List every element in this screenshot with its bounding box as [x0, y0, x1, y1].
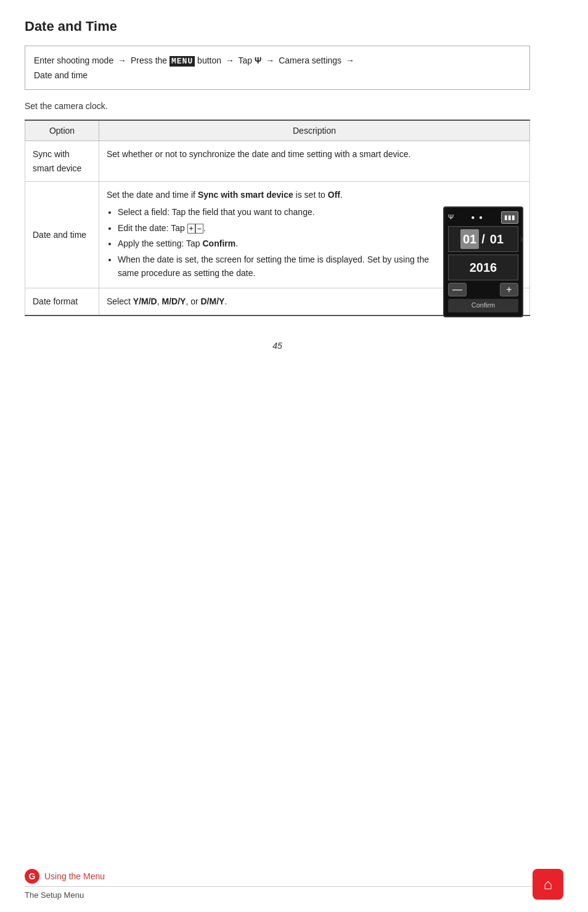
cam-month[interactable]: 01	[460, 229, 479, 249]
nav-arrow-3: →	[266, 55, 274, 65]
col-header-option: Option	[25, 120, 99, 141]
cam-year-row: 2016	[448, 254, 518, 280]
home-icon: ⌂	[544, 876, 553, 893]
bullet2-after: .	[203, 223, 206, 233]
bullet3-before: Apply the setting: Tap	[118, 238, 203, 248]
nav-arrow-1: →	[118, 55, 126, 65]
desc-sync: Set whether or not to synchronize the da…	[99, 141, 530, 182]
desc-date-time: Set the date and time if Sync with smart…	[99, 181, 530, 288]
bullet3-after: .	[235, 238, 238, 248]
table-row: Sync withsmart device Set whether or not…	[25, 141, 530, 182]
nav-box: Enter shooting mode → Press the MENU but…	[25, 46, 530, 90]
cam-signal-icon: Ψ	[448, 212, 454, 223]
page-number: 45	[25, 341, 530, 351]
footer-link[interactable]: Using the Menu	[44, 871, 105, 881]
desc-mid: is set to	[293, 190, 328, 200]
footer-subtitle: The Setup Menu	[25, 890, 563, 900]
plus-box[interactable]: +	[187, 224, 195, 234]
main-table: Option Description Sync withsmart device…	[25, 120, 530, 316]
nav-arrow-4: →	[346, 55, 354, 65]
cam-battery-icon: ▮▮▮	[501, 211, 518, 224]
nav-arrow-2: →	[226, 55, 234, 65]
page-title: Date and Time	[25, 18, 530, 35]
cam-year[interactable]: 2016	[470, 258, 497, 277]
nav-intro-text: Enter shooting mode	[34, 55, 116, 65]
dmy-bold: D/M/Y	[201, 296, 225, 306]
footer-link-row: G Using the Menu	[25, 869, 563, 884]
nav-camera-settings-text: Camera settings	[276, 55, 344, 65]
cam-day[interactable]: 01	[488, 229, 506, 249]
cam-dots: ● ●	[471, 213, 484, 222]
nav-button-text: button	[195, 55, 224, 65]
page-subtitle: Set the camera clock.	[25, 101, 530, 111]
minus-box[interactable]: −	[195, 224, 203, 234]
mdy-bold: M/D/Y	[161, 296, 186, 306]
bullet1-text: Select a field: Tap the field that you w…	[118, 207, 315, 217]
desc-sync-bold: Sync with smart device	[198, 190, 293, 200]
ymd-bold: Y/M/D	[133, 296, 157, 306]
desc-end: .	[340, 190, 343, 200]
col-header-description: Description	[99, 120, 530, 141]
option-date-format: Date format	[25, 288, 99, 316]
footer: G Using the Menu The Setup Menu ⌂	[0, 869, 588, 912]
option-date-time: Date and time	[25, 181, 99, 288]
table-row: Date and time Set the date and time if S…	[25, 181, 530, 288]
tuning-symbol: Ψ	[255, 54, 261, 67]
date-format-or: , or	[186, 296, 200, 306]
cam-sep1: /	[479, 229, 488, 249]
camera-ui-top-row: Ψ ● ● ▮▮▮	[448, 211, 518, 224]
list-item: Apply the setting: Tap Confirm.	[118, 237, 433, 250]
menu-keyword: MENU	[169, 56, 195, 67]
footer-brand-icon: G	[25, 869, 39, 884]
cam-date-row: 01 / 01	[448, 226, 518, 252]
list-item: Edit the date: Tap +−.	[118, 221, 433, 235]
nav-tap-text: Tap	[236, 55, 255, 65]
nav-date-time-text: Date and time	[34, 70, 88, 80]
date-format-before: Select	[107, 296, 133, 306]
table-row: Date format Select Y/M/D, M/D/Y, or D/M/…	[25, 288, 530, 316]
desc-off-bold: Off	[328, 190, 340, 200]
date-format-period: .	[224, 296, 227, 306]
desc-date-format: Select Y/M/D, M/D/Y, or D/M/Y.	[99, 288, 530, 316]
cam-chevron-icon: ›	[520, 232, 523, 246]
list-item: When the date is set, the screen for set…	[118, 253, 433, 280]
footer-divider	[25, 886, 563, 887]
list-item: Select a field: Tap the field that you w…	[118, 205, 433, 219]
confirm-bold: Confirm	[203, 238, 236, 248]
bullet2-before: Edit the date: Tap	[118, 223, 187, 233]
home-button[interactable]: ⌂	[533, 869, 563, 900]
option-sync: Sync withsmart device	[25, 141, 99, 182]
desc-intro: Set the date and time if	[107, 190, 198, 200]
